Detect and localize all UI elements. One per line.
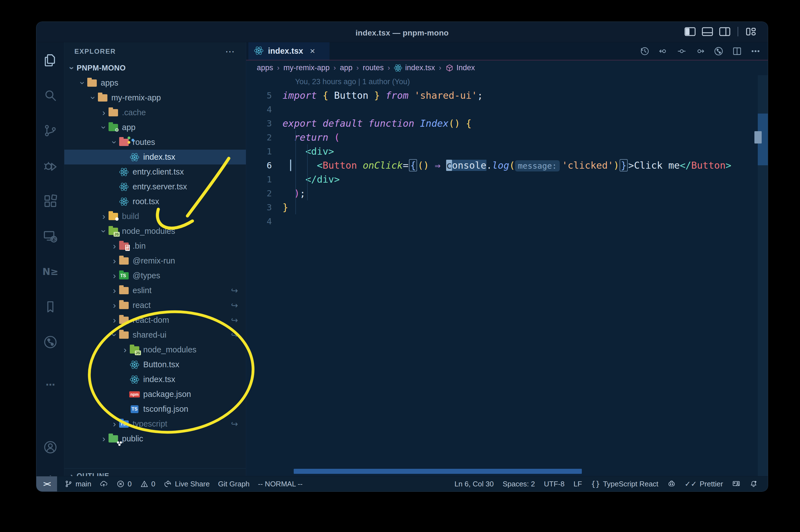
status-item-prettier[interactable]: ✓✓Prettier xyxy=(685,480,723,488)
code-line[interactable]: 6 <Button onClick={() ⇒ console.log(mess… xyxy=(246,158,758,172)
code-line[interactable]: 2 return ( xyxy=(246,130,758,144)
breadcrumb-apps[interactable]: apps xyxy=(257,63,273,72)
bookmarks-icon[interactable] xyxy=(36,293,64,320)
layout-sidebar-left-icon[interactable] xyxy=(684,27,696,36)
tree-item-eslint[interactable]: ›eslint↪ xyxy=(64,283,246,298)
chevron-down-icon[interactable]: › xyxy=(99,123,109,132)
breadcrumb-index[interactable]: Index xyxy=(445,63,475,72)
tab-close-icon[interactable]: × xyxy=(310,46,315,56)
tree-item-public[interactable]: ›public xyxy=(64,431,246,446)
remote-indicator[interactable]: >< xyxy=(36,476,57,492)
tree-item-tsconfig.json[interactable]: TStsconfig.json xyxy=(64,402,246,417)
code-line[interactable]: 3} xyxy=(246,200,758,214)
tree-item-index.tsx[interactable]: index.tsx xyxy=(64,150,246,165)
chevron-down-icon[interactable]: › xyxy=(67,63,77,73)
chevron-right-icon[interactable]: › xyxy=(99,434,109,444)
code-line[interactable]: 4 xyxy=(246,102,758,116)
chevron-right-icon[interactable]: › xyxy=(110,285,119,296)
tree-item-index.tsx[interactable]: index.tsx xyxy=(64,372,246,387)
status-item-main[interactable]: main xyxy=(64,480,91,488)
breadcrumb-routes[interactable]: routes xyxy=(363,63,384,72)
tree-item-.cache[interactable]: ›.cache xyxy=(64,105,246,120)
tree-item-@remix-run[interactable]: ›@remix-run xyxy=(64,253,246,268)
tree-item-react[interactable]: ›react↪ xyxy=(64,298,246,313)
more-icon[interactable]: ⋯ xyxy=(36,371,64,398)
chevron-down-icon[interactable]: › xyxy=(109,138,120,147)
git-graph-icon[interactable] xyxy=(713,46,724,56)
remote-explorer-icon[interactable] xyxy=(36,223,64,250)
tree-root-pnpm-mono[interactable]: ›PNPM-MONO xyxy=(64,61,246,76)
chevron-right-icon[interactable]: › xyxy=(110,270,119,281)
status-item-typescript-react[interactable]: {}TypeScript React xyxy=(591,480,659,488)
layout-panel-icon[interactable] xyxy=(702,27,713,36)
breadcrumb-index.tsx[interactable]: index.tsx xyxy=(394,63,435,72)
code-area[interactable]: You, 23 hours ago | 1 author (You)5impor… xyxy=(246,75,758,476)
tree-item-shared-ui[interactable]: ›shared-ui↪ xyxy=(64,327,246,342)
chevron-right-icon[interactable]: › xyxy=(99,108,109,118)
chevron-right-icon[interactable]: › xyxy=(110,241,119,251)
chevron-right-icon[interactable]: › xyxy=(120,345,130,355)
cur-change-icon[interactable] xyxy=(677,46,687,56)
horizontal-scrollbar[interactable] xyxy=(294,469,582,474)
tree-item-entry.server.tsx[interactable]: entry.server.tsx xyxy=(64,179,246,194)
tree-item-react-dom[interactable]: ›react-dom↪ xyxy=(64,313,246,327)
tree-item-node-modules[interactable]: ›JSnode_modules xyxy=(64,342,246,357)
status-item-bell-icon[interactable] xyxy=(749,480,758,488)
code-line[interactable]: 1 </div> xyxy=(246,172,758,186)
nx-console-icon[interactable]: N≥ xyxy=(36,258,64,285)
status-item-git-graph[interactable]: Git Graph xyxy=(218,480,250,488)
run-debug-icon[interactable] xyxy=(36,152,64,179)
status-item-utf-8[interactable]: UTF-8 xyxy=(544,480,565,488)
tree-item-build[interactable]: ›build xyxy=(64,209,246,224)
source-control-icon[interactable] xyxy=(36,117,64,144)
chevron-down-icon[interactable]: › xyxy=(88,93,98,103)
status-item-copilot-icon[interactable] xyxy=(667,480,676,488)
tree-item-my-remix-app[interactable]: ›my-remix-app xyxy=(64,90,246,105)
chevron-right-icon[interactable]: › xyxy=(110,315,119,325)
chevron-right-icon[interactable]: › xyxy=(110,419,119,429)
status-item-cloud-upload-icon[interactable] xyxy=(100,480,108,488)
chevron-down-icon[interactable]: › xyxy=(77,78,88,88)
tree-item-@types[interactable]: ›TS@types xyxy=(64,268,246,283)
customize-layout-icon[interactable] xyxy=(745,27,757,36)
breadcrumb-app[interactable]: app xyxy=(340,63,353,72)
chevron-right-icon[interactable]: › xyxy=(99,211,109,222)
status-item-0[interactable]: 0 xyxy=(140,480,155,488)
prev-change-icon[interactable] xyxy=(658,46,668,56)
code-line[interactable]: 4 xyxy=(246,214,758,228)
status-item-0[interactable]: 0 xyxy=(116,480,132,488)
tree-item-root.tsx[interactable]: root.tsx xyxy=(64,194,246,209)
tree-item-node-modules[interactable]: ›JSnode_modules xyxy=(64,224,246,239)
tree-item-routes[interactable]: ›routes xyxy=(64,135,246,150)
chevron-down-icon[interactable]: › xyxy=(109,330,120,340)
tree-item-package.json[interactable]: npmpackage.json xyxy=(64,387,246,402)
layout-sidebar-right-icon[interactable] xyxy=(719,27,730,36)
search-icon[interactable] xyxy=(36,82,64,109)
tree-item-apps[interactable]: ›apps xyxy=(64,76,246,90)
tree-item-typescript[interactable]: ›TStypescript↪ xyxy=(64,417,246,431)
breadcrumb-my-remix-app[interactable]: my-remix-app xyxy=(283,63,329,72)
code-line[interactable]: 2 ); xyxy=(246,186,758,200)
status-item-ln-6-col-30[interactable]: Ln 6, Col 30 xyxy=(455,480,494,488)
status-item-spaces-2[interactable]: Spaces: 2 xyxy=(503,480,535,488)
code-line[interactable]: 5import { Button } from 'shared-ui'; xyxy=(246,89,758,102)
tree-item-.bin[interactable]: ›0110.bin xyxy=(64,239,246,253)
status-item-live-share-person-icon[interactable] xyxy=(732,480,740,488)
explorer-icon[interactable] xyxy=(36,47,64,74)
extensions-icon[interactable] xyxy=(36,188,64,214)
code-line[interactable]: 3export default function Index() { xyxy=(246,116,758,130)
code-line[interactable]: 1 <div> xyxy=(246,144,758,158)
tree-item-button.tsx[interactable]: Button.tsx xyxy=(64,357,246,372)
chevron-down-icon[interactable]: › xyxy=(99,227,109,236)
next-change-icon[interactable] xyxy=(695,46,705,56)
chevron-right-icon[interactable]: › xyxy=(110,255,119,266)
tree-item-entry.client.tsx[interactable]: entry.client.tsx xyxy=(64,165,246,179)
chevron-right-icon[interactable]: › xyxy=(110,300,119,310)
more-actions-icon[interactable] xyxy=(750,46,761,56)
tree-item-app[interactable]: ›⚙app xyxy=(64,120,246,135)
explorer-more-actions-icon[interactable]: ⋯ xyxy=(225,46,236,57)
git-graph-icon[interactable] xyxy=(36,329,64,356)
status-item-live-share[interactable]: Live Share xyxy=(164,480,210,488)
history-icon[interactable] xyxy=(640,46,650,56)
split-editor-icon[interactable] xyxy=(732,46,742,56)
